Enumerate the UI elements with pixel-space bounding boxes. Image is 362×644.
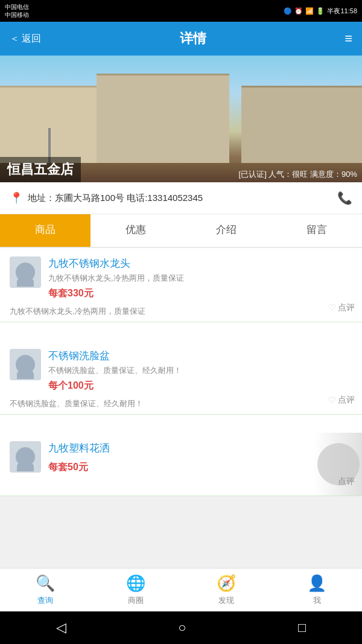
avatar [10,441,41,473]
avatar [10,257,41,288]
user-icon: 👤 [307,574,326,593]
tag-spacer-1 [0,322,362,340]
page-title: 详情 [180,30,206,48]
back-button[interactable]: ＜ 返回 [10,33,41,45]
product-tag: 九牧不锈钢水龙头,冷热两用，质量保证 [0,302,362,322]
back-chevron-icon: ＜ [10,33,19,45]
android-bar: ◁ ○ □ [0,611,362,644]
building1 [0,86,109,164]
carrier2: 中国移动 [5,11,29,19]
nav-item-query[interactable]: 🔍 查询 [0,569,91,611]
store-badge: [已认证] 人气：很旺 满意度：90% [239,169,357,180]
nav-item-business[interactable]: 🌐 商圈 [91,569,181,611]
list-item: 九牧不锈钢水龙头 九牧不锈钢水龙头,冷热两用，质量保证 每套330元 ♡ 点评 … [0,248,362,322]
tab-discounts[interactable]: 优惠 [91,214,181,247]
phone-icon[interactable]: 📞 [337,191,352,205]
avatar-person-icon [16,263,35,282]
nav-bar: ＜ 返回 详情 ≡ [0,22,362,56]
tab-bar: 商品 优惠 介绍 留言 [0,214,362,248]
building3 [241,86,362,164]
tag-spacer-2 [0,415,362,433]
product-price: 每个100元 [48,380,352,392]
nav-label-me: 我 [313,595,321,606]
heart-icon: ♡ [328,476,336,487]
avatar-person-icon [16,355,35,374]
location-icon: 📍 [10,191,23,205]
tab-intro[interactable]: 介绍 [181,214,272,247]
avatar-person-icon [16,447,35,467]
nav-label-business: 商圈 [128,595,144,606]
search-icon: 🔍 [36,574,55,593]
hero-image: 恒昌五金店 [已认证] 人气：很旺 满意度：90% [0,56,362,182]
rate-label: 点评 [338,476,355,487]
menu-button[interactable]: ≡ [345,31,352,46]
status-right: 🔵 ⏰ 📶 🔋 半夜11:58 [284,7,357,16]
product-name[interactable]: 九牧不锈钢水龙头 [48,257,352,270]
nav-label-query: 查询 [37,595,53,606]
rate-button-3[interactable]: ♡ 点评 [328,476,355,487]
product-list: 九牧不锈钢水龙头 九牧不锈钢水龙头,冷热两用，质量保证 每套330元 ♡ 点评 … [0,248,362,496]
tab-products[interactable]: 商品 [0,214,91,247]
carrier1: 中国电信 [5,3,29,11]
product-desc: 九牧不锈钢水龙头,冷热两用，质量保证 [48,273,352,284]
product-tag: 不锈钢洗脸盆、质量保证、经久耐用！ [0,395,362,414]
avatar [10,349,41,380]
tab-comments[interactable]: 留言 [272,214,362,247]
product-price: 每套50元 [48,461,352,474]
product-name[interactable]: 九牧塑料花洒 [48,441,352,455]
compass-icon: 🧭 [217,574,236,593]
time: 半夜11:58 [327,7,357,16]
list-item: 不锈钢洗脸盆 不锈钢洗脸盆、质量保证、经久耐用！ 每个100元 ♡ 点评 不锈钢… [0,340,362,415]
android-recent-button[interactable]: □ [298,620,306,636]
product-info: 不锈钢洗脸盆 不锈钢洗脸盆、质量保证、经久耐用！ 每个100元 [48,349,352,392]
address-text: 地址：东圃大马路100号 电话:13314052345 [28,193,203,204]
store-name: 恒昌五金店 [0,157,81,182]
android-back-button[interactable]: ◁ [56,620,66,636]
nav-placeholder [0,496,362,572]
nav-label-discover: 发现 [218,595,234,606]
product-info: 九牧塑料花洒 每套50元 [48,441,352,474]
android-home-button[interactable]: ○ [178,620,186,636]
product-info: 九牧不锈钢水龙头 九牧不锈钢水龙头,冷热两用，质量保证 每套330元 [48,257,352,300]
product-desc: 不锈钢洗脸盆、质量保证、经久耐用！ [48,365,352,376]
product-name[interactable]: 不锈钢洗脸盆 [48,349,352,363]
nav-item-me[interactable]: 👤 我 [272,569,362,611]
product-price: 每套330元 [48,287,352,300]
nav-item-discover[interactable]: 🧭 发现 [181,569,272,611]
building2 [97,74,229,164]
back-label: 返回 [22,33,41,45]
address-content: 📍 地址：东圃大马路100号 电话:13314052345 [10,191,337,205]
battery-icon: 🔋 [316,7,325,15]
status-bar: 中国电信 中国移动 🔵 ⏰ 📶 🔋 半夜11:58 [0,0,362,22]
bluetooth-icon: 🔵 [284,7,292,15]
alarm-icon: ⏰ [294,7,303,15]
business-circle-icon: 🌐 [126,574,145,593]
bottom-nav: 🔍 查询 🌐 商圈 🧭 发现 👤 我 [0,568,362,611]
network-icon: 📶 [305,7,314,15]
carrier-info: 中国电信 中国移动 [5,3,29,19]
list-item: 九牧塑料花洒 每套50元 ♡ 点评 [0,433,362,496]
address-bar: 📍 地址：东圃大马路100号 电话:13314052345 📞 [0,182,362,214]
